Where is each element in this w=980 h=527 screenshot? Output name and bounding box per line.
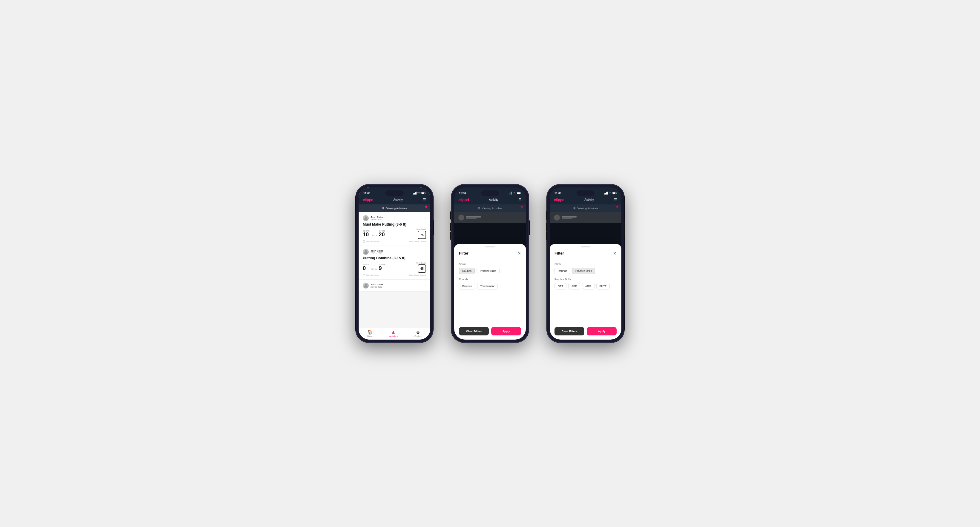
svg-text:i: i xyxy=(364,274,364,276)
viewing-label-1: Viewing Activities xyxy=(387,207,407,210)
capture-icon: ⊕ xyxy=(416,330,420,335)
sq-label-1: Shot Quality xyxy=(416,228,426,230)
svg-rect-2 xyxy=(422,192,424,194)
activity-card-2: Josh Coles 28 Feb 2023 ··· Putting Combi… xyxy=(359,246,430,279)
logo-3: clippd xyxy=(554,198,564,202)
clear-filters-button-2[interactable]: Clear Filters xyxy=(459,327,489,335)
modal-header-3: Filter ✕ xyxy=(550,249,621,259)
dynamic-island xyxy=(385,190,403,196)
nav-home[interactable]: 🏠 Home xyxy=(367,330,373,337)
header-title-2: Activity xyxy=(489,198,498,202)
filter-title-3: Filter xyxy=(555,251,564,256)
chip-app-3[interactable]: APP xyxy=(568,283,580,289)
viewing-bar-1[interactable]: ⊞ Viewing Activities xyxy=(359,205,430,212)
chip-rounds-3[interactable]: Rounds xyxy=(555,268,570,274)
filter-icon-1: ⊞ xyxy=(382,207,385,210)
capture-label: Capture xyxy=(414,335,422,337)
chip-practice-drills-3[interactable]: Practice Drills xyxy=(572,268,595,274)
chip-rounds-2[interactable]: Rounds xyxy=(459,268,475,274)
hamburger-menu-2[interactable]: ☰ xyxy=(519,198,522,202)
svg-text:i: i xyxy=(364,241,364,242)
svg-point-6 xyxy=(365,250,367,252)
status-icons-2 xyxy=(509,192,521,195)
chip-arg-3[interactable]: ARG xyxy=(582,283,595,289)
modal-header-2: Filter ✕ xyxy=(454,249,526,259)
close-icon-2[interactable]: ✕ xyxy=(517,251,521,256)
activity-list: Josh Coles 28 Feb 2023 ··· Must Make Put… xyxy=(359,212,430,328)
modal-footer-2: Clear Filters Apply xyxy=(454,324,526,340)
signal-icon xyxy=(413,192,417,195)
chip-putt-3[interactable]: PUTT xyxy=(596,283,610,289)
logo-1: clippd xyxy=(363,198,373,202)
home-icon: 🏠 xyxy=(367,330,372,335)
filter-icon-3: ⊞ xyxy=(573,207,576,210)
svg-point-3 xyxy=(365,216,367,218)
sq-value-2: 45 xyxy=(420,267,423,270)
data-source-2: Data: Clippd Capture xyxy=(409,274,426,276)
more-options-3[interactable]: ··· xyxy=(423,284,426,287)
app-header-2: clippd Activity ☰ xyxy=(454,196,526,205)
show-chips-3: Rounds Practice Drills xyxy=(555,268,617,274)
viewing-label-2: Viewing Activities xyxy=(482,207,503,210)
modal-body-2: Show Rounds Practice Drills Rounds Pract… xyxy=(454,259,526,324)
user-name-2: Josh Coles xyxy=(371,249,383,252)
user-info-1: Josh Coles 28 Feb 2023 xyxy=(363,215,383,221)
show-label-2: Show xyxy=(459,263,521,265)
nav-capture[interactable]: ⊕ Capture xyxy=(414,330,422,337)
app-header-1: clippd Activity ☰ xyxy=(359,196,430,205)
dynamic-island-3 xyxy=(577,190,595,196)
notification-dot-1 xyxy=(425,206,427,208)
chip-ott-3[interactable]: OTT xyxy=(555,283,566,289)
viewing-bar-2: ⊞ Viewing Activities xyxy=(454,205,526,212)
wifi-icon xyxy=(417,192,420,194)
out-of-2: OUT OF xyxy=(371,268,378,270)
filter-icon-2: ⊞ xyxy=(478,207,480,210)
chip-practice-2[interactable]: Practice xyxy=(459,283,476,289)
modal-backdrop-3: Filter ✕ Show Rounds Practice Drills xyxy=(550,212,621,340)
user-info-2: Josh Coles 28 Feb 2023 xyxy=(363,249,383,255)
dynamic-island-2 xyxy=(481,190,499,196)
activities-icon: ♟ xyxy=(391,330,395,335)
app-header-3: clippd Activity ☰ xyxy=(550,196,621,205)
chip-practice-drills-2[interactable]: Practice Drills xyxy=(477,268,500,274)
avatar-1 xyxy=(363,215,369,221)
more-options-1[interactable]: ··· xyxy=(423,216,426,220)
test-info-1: i Test Information xyxy=(363,240,379,243)
nav-activities[interactable]: ♟ Activities xyxy=(389,330,398,337)
data-source-1: Data: Clippd Capture xyxy=(409,241,426,242)
battery-icon xyxy=(421,192,425,194)
sq-label-2: Shot Quality xyxy=(416,262,426,264)
header-title-3: Activity xyxy=(584,198,594,202)
battery-icon-2 xyxy=(517,192,521,194)
modal-footer-3: Clear Filters Apply xyxy=(550,324,621,340)
modal-handle-2 xyxy=(485,246,495,248)
svg-rect-11 xyxy=(521,193,521,194)
close-icon-3[interactable]: ✕ xyxy=(613,251,617,256)
more-options-2[interactable]: ··· xyxy=(423,250,426,254)
modal-backdrop-2: Filter ✕ Show Rounds Practice Drills xyxy=(454,212,526,340)
apply-button-3[interactable]: Apply xyxy=(587,327,617,335)
shots-value-1: 20 xyxy=(379,232,385,237)
wifi-icon-3 xyxy=(609,192,611,194)
hamburger-menu-3[interactable]: ☰ xyxy=(614,198,617,202)
hamburger-menu-1[interactable]: ☰ xyxy=(423,198,426,202)
activity-title-1: Must Make Putting (3-6 ft) xyxy=(363,222,426,227)
avatar-2 xyxy=(363,249,369,255)
chip-tournament-2[interactable]: Tournament xyxy=(477,283,498,289)
svg-rect-1 xyxy=(425,193,426,194)
viewing-bar-3: ⊞ Viewing Activities xyxy=(550,205,621,212)
sq-value-1: 75 xyxy=(420,233,423,237)
time-display-2: 11:33 xyxy=(459,192,466,195)
clear-filters-button-3[interactable]: Clear Filters xyxy=(555,327,584,335)
apply-button-2[interactable]: Apply xyxy=(491,327,521,335)
phone-2: 11:33 cl xyxy=(451,184,529,343)
svg-rect-12 xyxy=(517,192,520,194)
signal-icon-3 xyxy=(605,192,608,195)
time-display: 11:33 xyxy=(363,192,370,195)
phone-3: 11:33 cl xyxy=(547,184,624,343)
wifi-icon-2 xyxy=(513,192,516,194)
modal-body-3: Show Rounds Practice Drills Practice Dri… xyxy=(550,259,621,324)
practice-drills-label-3: Practice Drills xyxy=(555,278,617,281)
bottom-nav-1: 🏠 Home ♟ Activities ⊕ Capture xyxy=(359,328,430,340)
svg-point-9 xyxy=(365,284,367,286)
